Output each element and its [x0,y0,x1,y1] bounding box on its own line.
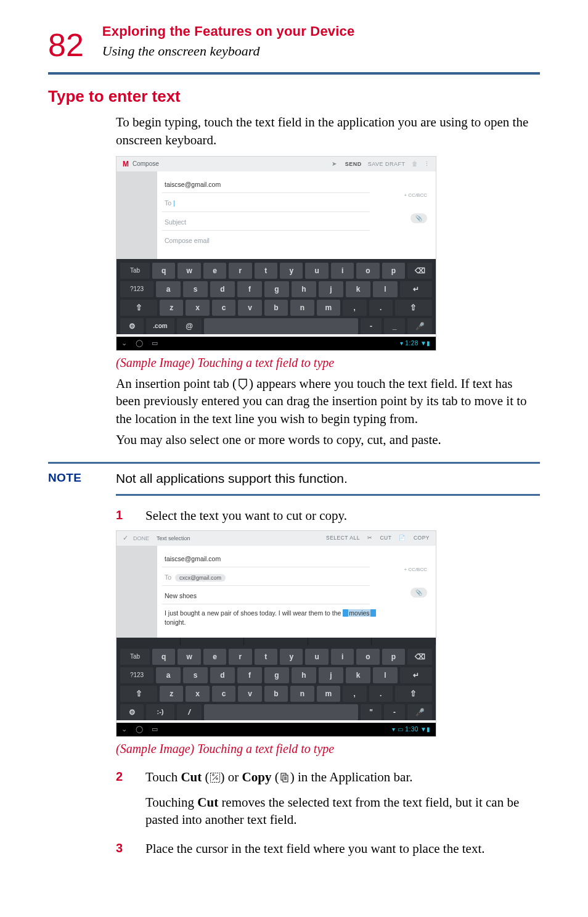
send-button[interactable]: SEND [345,160,362,168]
nav-back-icon[interactable]: ⌄ [121,339,127,348]
key-g[interactable]: g [264,281,289,297]
key-symbols-2[interactable]: ?123 [120,667,153,683]
key-l-2[interactable]: l [373,667,398,683]
key-j[interactable]: j [319,281,343,297]
key-underscore[interactable]: _ [384,318,405,334]
key-mic[interactable]: 🎤 [407,318,432,334]
key-k-2[interactable]: k [346,667,370,683]
key-period-2[interactable]: . [369,686,393,702]
key-p[interactable]: p [382,263,405,279]
cut-icon[interactable]: ✂ [367,535,373,541]
key-mic-2[interactable]: 🎤 [407,704,432,720]
key-tab[interactable]: Tab [120,263,150,279]
key-c[interactable]: c [212,300,235,316]
key-comma-2[interactable]: , [343,686,366,702]
key-i[interactable]: i [331,263,354,279]
key-shift-2[interactable]: ⇧ [120,686,157,702]
selection-handle-left[interactable] [343,609,348,617]
key-l[interactable]: l [373,281,398,297]
select-all-button[interactable]: SELECT ALL [326,535,360,541]
key-enter-2[interactable]: ↵ [400,667,432,683]
key-smile[interactable]: :-) [146,704,174,720]
nav-home-icon-2[interactable]: ◯ [136,725,143,734]
key-x-2[interactable]: x [186,686,209,702]
key-y-2[interactable]: y [280,649,303,665]
key-period[interactable]: . [369,300,393,316]
key-q-2[interactable]: q [152,649,175,665]
key-shift-right-2[interactable]: ⇧ [395,686,432,702]
key-h[interactable]: h [292,281,316,297]
key-c-2[interactable]: c [212,686,235,702]
to-field-2[interactable]: To cxcx@gmail.com [162,569,370,586]
key-b-2[interactable]: b [264,686,288,702]
cc-bcc-button[interactable]: + CC/BCC [404,192,427,199]
key-e[interactable]: e [203,263,226,279]
key-v-2[interactable]: v [238,686,261,702]
key-j-2[interactable]: j [319,667,343,683]
key-r-2[interactable]: r [229,649,251,665]
key-s[interactable]: s [183,281,208,297]
key-symbols[interactable]: ?123 [120,281,153,297]
nav-recent-icon-2[interactable]: ▭ [152,725,158,734]
attachment-chip[interactable]: 📎 [410,213,427,223]
key-o[interactable]: o [356,263,379,279]
key-n-2[interactable]: n [290,686,314,702]
save-draft-button[interactable]: SAVE DRAFT [368,160,406,168]
nav-back-icon-2[interactable]: ⌄ [121,725,127,734]
cut-button[interactable]: CUT [380,535,391,541]
key-f[interactable]: f [237,281,262,297]
key-enter[interactable]: ↵ [400,281,432,297]
key-w-2[interactable]: w [178,649,200,665]
key-d[interactable]: d [210,281,235,297]
key-comma[interactable]: , [343,300,366,316]
key-p-2[interactable]: p [382,649,405,665]
copy-icon[interactable]: 📄 [399,535,406,541]
key-t[interactable]: t [255,263,277,279]
key-t-2[interactable]: t [255,649,277,665]
key-a[interactable]: a [156,281,181,297]
key-u-2[interactable]: u [305,649,328,665]
done-label[interactable]: DONE [133,535,149,542]
key-tab-2[interactable]: Tab [120,649,150,665]
selected-text[interactable]: movies [348,609,370,617]
key-q[interactable]: q [152,263,175,279]
key-d-2[interactable]: d [210,667,235,683]
key-n[interactable]: n [290,300,314,316]
send-icon[interactable]: ➤ [332,160,337,168]
key-backspace-2[interactable]: ⌫ [407,649,432,665]
key-y[interactable]: y [280,263,303,279]
key-dash[interactable]: - [361,318,382,334]
key-m-2[interactable]: m [317,686,340,702]
key-f-2[interactable]: f [237,667,262,683]
key-a-2[interactable]: a [156,667,181,683]
key-k[interactable]: k [346,281,370,297]
key-w[interactable]: w [178,263,200,279]
key-space[interactable] [204,318,358,334]
done-icon[interactable]: ✓ [123,533,128,543]
key-dotcom[interactable]: .com [146,318,174,334]
key-z-2[interactable]: z [160,686,183,702]
key-m[interactable]: m [317,300,340,316]
body-field-2[interactable]: I just bought a new pair of shoes today.… [162,606,386,628]
key-x[interactable]: x [186,300,209,316]
copy-button[interactable]: COPY [414,535,430,541]
to-field[interactable]: To | [162,195,370,212]
key-dash-2[interactable]: - [384,704,405,720]
trash-icon[interactable]: 🗑 [412,160,418,168]
key-s-2[interactable]: s [183,667,208,683]
body-field[interactable]: Compose email [162,232,370,249]
key-r[interactable]: r [229,263,251,279]
key-u[interactable]: u [305,263,328,279]
onscreen-keyboard[interactable]: Tab q w e r t y u i o p ⌫ ?123 a s [116,259,436,334]
subject-field[interactable]: Subject [162,214,370,231]
key-globe[interactable]: ⚙ [120,318,144,334]
key-space-2[interactable] [204,704,358,720]
onscreen-keyboard-2[interactable]: Tab q w e r t y u i o p ⌫ ?123 a s [116,645,436,720]
key-shift-right[interactable]: ⇧ [395,300,432,316]
key-shift[interactable]: ⇧ [120,300,157,316]
key-b[interactable]: b [264,300,288,316]
key-quote[interactable]: " [361,704,382,720]
key-globe-2[interactable]: ⚙ [120,704,144,720]
key-v[interactable]: v [238,300,261,316]
key-h-2[interactable]: h [292,667,316,683]
